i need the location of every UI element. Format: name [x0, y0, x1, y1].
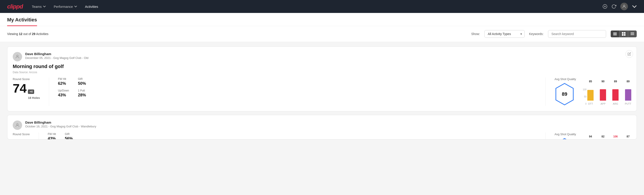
svg-marker-18 — [556, 138, 573, 140]
plus-circle-icon[interactable] — [602, 4, 608, 9]
svg-rect-10 — [624, 34, 626, 36]
logo: clippd — [7, 3, 23, 10]
list-view-button[interactable] — [611, 30, 620, 37]
bar-app: 90 APP — [600, 80, 606, 105]
bar-chart-container-2: 100 50 0 94 OTT 82 — [583, 134, 631, 140]
activity-title: Morning round of golf — [13, 64, 631, 70]
round-score-value: 74 +4 18 Holes — [13, 82, 40, 99]
holes-text: 18 Holes — [28, 96, 40, 99]
activity-type-select-wrapper: All Activity Types — [484, 30, 524, 38]
hexagon-container-2 — [554, 138, 574, 140]
card-body-2: Round Score — FW Hit 43% GIR 56% — [13, 132, 631, 140]
svg-rect-14 — [630, 35, 634, 35]
fw-hit-stat: FW Hit 62% — [58, 78, 69, 86]
bar-ott-2: 94 OTT — [587, 135, 594, 140]
card-header-2: Dave Billingham October 16, 2021 - Gog M… — [13, 120, 631, 130]
svg-rect-12 — [630, 33, 634, 34]
main-content: Dave Billingham December 05, 2021 - Gog … — [0, 42, 644, 148]
avg-shot-section: Avg Shot Quality 89 100 50 0 — [554, 78, 631, 106]
hex-number: 89 — [562, 91, 567, 97]
bar-arg: 89 ARG — [612, 80, 618, 105]
grid-view-button[interactable] — [620, 30, 628, 37]
nav-item-activities[interactable]: Activities — [85, 1, 98, 12]
hexagon-container: 89 — [554, 82, 574, 106]
edit-button[interactable] — [626, 50, 633, 58]
svg-rect-13 — [630, 34, 634, 34]
stat-group-right-2: GIR 56% — [65, 132, 73, 140]
score-badge: +4 — [28, 90, 34, 94]
one-putt-stat: 1 Putt 28% — [78, 89, 86, 98]
svg-rect-4 — [613, 32, 617, 33]
viewing-text: Viewing 12 out of 29 Activities — [7, 32, 467, 36]
user-avatar-icon — [15, 54, 20, 59]
score-section-2: Round Score — — [13, 132, 30, 140]
bar-ott: 85 OTT — [587, 80, 594, 105]
bar-chart: 85 OTT 90 APP — [587, 78, 631, 105]
stats-section-2: FW Hit 43% GIR 56% — [48, 132, 536, 140]
chevron-down-icon[interactable] — [632, 4, 637, 9]
round-score-2: — — [13, 137, 30, 140]
svg-rect-5 — [613, 34, 617, 34]
user-avatar-button[interactable] — [620, 3, 628, 10]
nav-items: Teams Performance Activities — [32, 1, 594, 12]
search-input[interactable] — [548, 30, 606, 38]
card-header: Dave Billingham December 05, 2021 - Gog … — [13, 52, 631, 61]
svg-rect-9 — [622, 34, 624, 36]
bar-fill-putt — [625, 89, 631, 100]
filters-bar: Viewing 12 out of 29 Activities Show: Al… — [0, 26, 644, 42]
svg-point-3 — [624, 5, 625, 6]
stat-group-left: FW Hit 62% Up/Down 43% — [58, 78, 69, 100]
bar-fill-arg — [612, 89, 618, 100]
card-body: Round Score 74 +4 18 Holes FW Hit 62% — [13, 78, 631, 106]
user-info: Dave Billingham December 05, 2021 - Gog … — [25, 52, 631, 60]
bar-fill-ott — [587, 90, 594, 100]
divider-2 — [545, 78, 546, 106]
svg-rect-7 — [622, 32, 624, 34]
gir-stat: GIR 50% — [78, 78, 86, 86]
score-section: Round Score 74 +4 18 Holes — [13, 78, 40, 99]
nav-right — [602, 3, 637, 10]
y-axis-labels: 100 50 0 — [583, 88, 587, 105]
pencil-icon — [628, 52, 631, 56]
bar-arg-2: 106 ARG — [612, 135, 618, 140]
svg-rect-6 — [613, 35, 617, 36]
compact-icon — [630, 32, 634, 36]
refresh-icon[interactable] — [612, 4, 616, 9]
svg-point-15 — [16, 55, 18, 57]
up-down-stat: Up/Down 43% — [58, 89, 69, 98]
svg-point-17 — [16, 124, 18, 125]
view-buttons — [610, 30, 637, 38]
avatar — [13, 52, 22, 61]
avg-shot-left: Avg Shot Quality 89 — [554, 78, 576, 106]
show-label: Show: — [471, 32, 480, 36]
divider-3 — [38, 132, 39, 140]
activity-card: Dave Billingham December 05, 2021 - Gog … — [7, 46, 637, 111]
user-date: December 05, 2021 - Gog Magog Golf Club … — [25, 56, 631, 60]
user-avatar-icon-2 — [15, 123, 20, 128]
activity-type-select[interactable]: All Activity Types — [484, 30, 524, 38]
bar-chart-container: 100 50 0 85 OTT — [583, 78, 631, 105]
shot-quality-label: Avg Shot Quality — [554, 78, 576, 81]
round-score-label: Round Score — [13, 78, 40, 81]
avatar-2 — [13, 120, 22, 130]
page-header: My Activities — [0, 13, 644, 26]
data-source: Data Source: Arccos — [13, 71, 631, 74]
user-date-2: October 16, 2021 - Gog Magog Golf Club -… — [25, 125, 631, 128]
navbar: clippd Teams Performance Activities — [0, 0, 644, 13]
nav-item-performance[interactable]: Performance — [54, 1, 77, 12]
round-score-label-2: Round Score — [13, 132, 30, 136]
compact-view-button[interactable] — [628, 30, 637, 37]
bar-putt-2: 87 PUTT — [625, 135, 631, 140]
svg-rect-8 — [624, 32, 626, 34]
svg-rect-11 — [630, 32, 634, 33]
list-icon — [613, 32, 617, 36]
stats-section: FW Hit 62% Up/Down 43% GIR 50% 1 Putt — [58, 78, 536, 100]
nav-item-teams[interactable]: Teams — [32, 1, 46, 12]
bar-fill-app — [600, 89, 606, 100]
divider — [49, 78, 49, 106]
bar-putt: 89 PUTT — [625, 80, 631, 105]
user-name-2: Dave Billingham — [25, 120, 631, 124]
stat-group-right: GIR 50% 1 Putt 28% — [78, 78, 86, 100]
keywords-label: Keywords: — [529, 32, 544, 36]
avg-shot-section-2: Avg Shot Quality 100 50 0 — [554, 132, 631, 140]
